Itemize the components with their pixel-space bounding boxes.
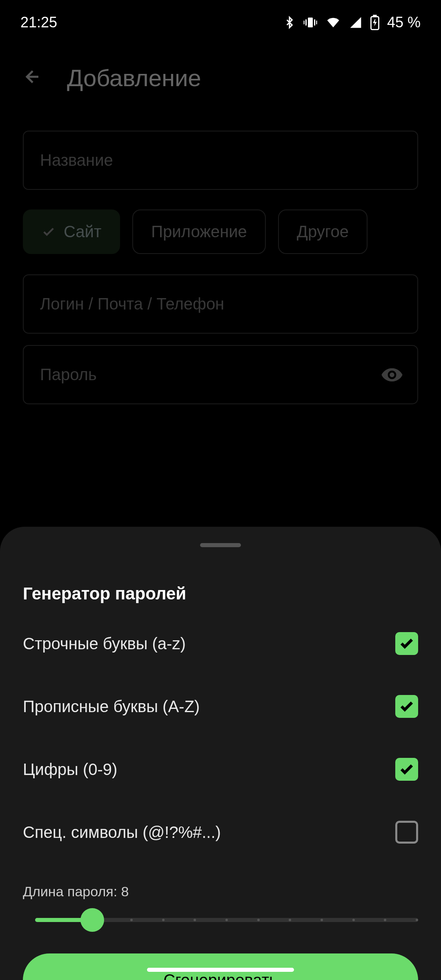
- option-digits[interactable]: Цифры (0-9): [23, 758, 418, 781]
- login-field[interactable]: Логин / Почта / Телефон: [23, 274, 418, 334]
- signal-icon: [349, 16, 363, 29]
- option-special[interactable]: Спец. символы (@!?%#...): [23, 821, 418, 844]
- page-title: Добавление: [67, 64, 201, 91]
- svg-rect-6: [374, 16, 376, 17]
- battery-text: 45 %: [387, 14, 421, 31]
- checkbox-digits[interactable]: [395, 758, 418, 781]
- app-header: Добавление: [23, 45, 418, 110]
- chip-label: Сайт: [64, 223, 101, 241]
- option-lowercase[interactable]: Строчные буквы (a-z): [23, 632, 418, 655]
- svg-rect-0: [308, 18, 313, 27]
- checkbox-uppercase[interactable]: [395, 695, 418, 718]
- option-label: Спец. символы (@!?%#...): [23, 823, 221, 842]
- chip-app[interactable]: Приложение: [132, 209, 266, 254]
- generate-label: Сгенерировать: [163, 971, 278, 980]
- length-label: Длина пароля: 8: [23, 884, 418, 900]
- back-icon[interactable]: [23, 67, 42, 88]
- type-chips: Сайт Приложение Другое: [23, 209, 418, 254]
- length-slider[interactable]: [23, 911, 418, 929]
- vibrate-icon: [303, 15, 318, 30]
- svg-rect-2: [314, 20, 315, 26]
- option-label: Цифры (0-9): [23, 760, 117, 779]
- checkbox-special[interactable]: [395, 821, 418, 844]
- svg-rect-1: [305, 20, 307, 26]
- password-field[interactable]: Пароль: [23, 345, 418, 404]
- svg-rect-3: [303, 21, 304, 24]
- name-field[interactable]: Название: [23, 131, 418, 190]
- drag-handle[interactable]: [200, 543, 241, 547]
- option-label: Строчные буквы (a-z): [23, 635, 186, 653]
- checkbox-lowercase[interactable]: [395, 632, 418, 655]
- bluetooth-icon: [283, 15, 296, 30]
- chip-label: Другое: [297, 223, 349, 241]
- wifi-icon: [325, 16, 341, 29]
- password-placeholder: Пароль: [40, 365, 97, 383]
- sheet-title: Генератор паролей: [23, 584, 418, 604]
- slider-thumb[interactable]: [80, 908, 104, 932]
- bottom-sheet: Генератор паролей Строчные буквы (a-z) П…: [0, 527, 441, 980]
- chip-site[interactable]: Сайт: [23, 209, 120, 254]
- chip-other[interactable]: Другое: [278, 209, 368, 254]
- svg-rect-4: [316, 21, 317, 24]
- login-placeholder: Логин / Почта / Телефон: [40, 295, 224, 313]
- chip-label: Приложение: [151, 223, 247, 241]
- name-placeholder: Название: [40, 151, 113, 169]
- generate-button[interactable]: Сгенерировать: [23, 953, 418, 980]
- option-label: Прописные буквы (A-Z): [23, 697, 200, 716]
- nav-bar[interactable]: [147, 968, 294, 972]
- status-icons: 45 %: [283, 14, 421, 31]
- status-bar: 21:25 45 %: [0, 0, 441, 45]
- status-time: 21:25: [20, 14, 57, 31]
- svg-point-7: [390, 372, 394, 377]
- option-uppercase[interactable]: Прописные буквы (A-Z): [23, 695, 418, 718]
- battery-icon: [370, 15, 380, 30]
